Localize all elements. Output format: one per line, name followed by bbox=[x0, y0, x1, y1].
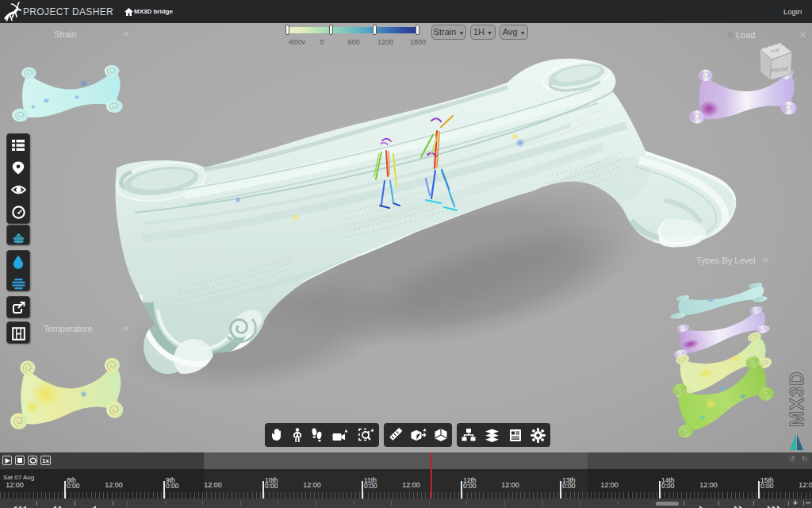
svg-text:MX3D: MX3D bbox=[786, 371, 807, 427]
